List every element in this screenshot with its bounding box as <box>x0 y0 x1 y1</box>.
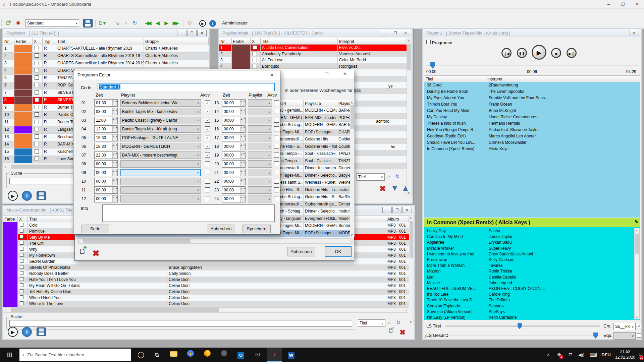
slot-time-spinner[interactable]: 00:00▲ ▼ <box>222 125 246 133</box>
table-row[interactable]: Where Is The LoveCeline DionMP3 001 <box>3 301 409 307</box>
slot-time-spinner[interactable]: 22:30▲ ▼ <box>94 152 118 159</box>
spinner-arrows-icon[interactable]: ▲ ▼ <box>112 134 117 141</box>
last-icon[interactable]: ▶▶ <box>171 19 179 27</box>
table-row[interactable]: Tell Him By Celine DionCeline DionMP3 00… <box>3 289 409 295</box>
keyboard-icon[interactable]: ⌨ <box>588 348 598 362</box>
archiv-vscrollbar[interactable]: ∧ ∨ <box>409 216 414 324</box>
ls-titel-slider[interactable] <box>445 325 600 327</box>
stop-button[interactable]: ■ <box>551 48 561 58</box>
slot-time-spinner[interactable]: 00:00▲ ▼ <box>222 169 246 176</box>
edit-icon[interactable]: ↘ <box>113 19 121 27</box>
edit-icon[interactable]: ✎ <box>635 219 638 224</box>
queue-row[interactable]: My DestinyLionel Richie-Commodores <box>424 114 640 120</box>
row-checkbox[interactable] <box>20 265 23 269</box>
info-icon[interactable]: i <box>22 191 32 201</box>
browse-row[interactable]: LiarCamila Cabello <box>424 274 634 280</box>
slot-aktiv-checkbox[interactable]: ✓ <box>205 118 210 123</box>
browse-row[interactable]: Miracle WorkerSuperHeavy <box>424 245 634 251</box>
slot-aktiv-checkbox[interactable] <box>205 170 210 175</box>
row-checkbox[interactable] <box>20 277 23 281</box>
column-header-playlist-4[interactable]: ist 4 <box>277 100 304 107</box>
table-row[interactable]: Hate You Then I Love YouCeline DionMP3 0… <box>3 277 409 283</box>
outlook-icon[interactable]: O <box>233 348 248 362</box>
browse-row[interactable]: I was born to love you (rad...Drew Saric… <box>424 251 634 257</box>
spinner-arrows-icon[interactable]: ▲ ▼ <box>240 108 245 115</box>
ls-gesamt-slider[interactable] <box>445 335 600 336</box>
slot-time-spinner[interactable]: 00:00▲ ▼ <box>94 169 118 176</box>
row-checkbox[interactable] <box>35 53 39 58</box>
queue-row[interactable]: Should Have Let You Lov...Cornelia Moosw… <box>424 139 640 146</box>
column-header-gruppe[interactable]: Gruppe <box>144 38 209 45</box>
cancel-button[interactable]: Abbrechen <box>207 225 235 233</box>
slot-playlist-combo[interactable]: ∨ <box>248 143 272 150</box>
close-button[interactable]: ✕ <box>267 72 277 78</box>
next-track-button[interactable]: ▶❙ <box>567 48 577 58</box>
slot-time-spinner[interactable]: 11:00▲ ▼ <box>94 117 118 124</box>
row-checkbox[interactable] <box>20 289 23 293</box>
column-header-x[interactable]: X <box>18 216 28 222</box>
column-header-interpret[interactable]: Interpret <box>486 76 640 82</box>
browse-row[interactable]: MaxineJohn Legend <box>424 280 634 286</box>
table-row[interactable]: My Heart Will Go On -TitanicCeline DionM… <box>3 283 409 289</box>
slot-time-spinner[interactable]: 08:00▲ ▼ <box>94 108 118 115</box>
archiv-hscrollbar[interactable]: ‹ › <box>4 307 408 313</box>
spinner-arrows-icon[interactable]: ▲ ▼ <box>240 152 245 159</box>
table-row[interactable]: Streets Of PhiladelphiaBruce Springsteen… <box>3 264 409 270</box>
slot-playlist-combo[interactable]: ∨ <box>248 178 272 185</box>
column-header-typ[interactable]: Typ <box>43 38 56 45</box>
row-checkbox[interactable] <box>35 61 39 65</box>
maximize-button[interactable]: ❒ <box>392 207 402 213</box>
slot-time-spinner[interactable]: 00:00▲ ▼ <box>94 160 118 168</box>
spinner-arrows-icon[interactable]: ▲ ▼ <box>240 143 245 150</box>
slot-time-spinner[interactable]: 00:00▲ ▼ <box>222 160 246 168</box>
queue-row[interactable]: Goodbye (Radio Edit)Marco Angelini Leo A… <box>424 133 640 139</box>
search-icon[interactable]: ⌕ <box>387 173 390 179</box>
progress-slider[interactable] <box>426 65 638 66</box>
browse-row[interactable]: I'm Easy (LP Version)Keith Carradine <box>424 314 634 320</box>
slot-aktiv-checkbox[interactable] <box>274 118 279 123</box>
slot-aktiv-checkbox[interactable]: ✓ <box>205 126 210 131</box>
first-icon[interactable]: ◀◀ <box>144 19 152 27</box>
search-icon[interactable]: ⌕ <box>122 19 130 27</box>
row-checkbox[interactable] <box>20 283 23 287</box>
slot-aktiv-checkbox[interactable] <box>274 187 279 192</box>
slot-time-spinner[interactable]: 18:30▲ ▼ <box>94 143 118 150</box>
slot-time-spinner[interactable]: 00:00▲ ▼ <box>94 178 118 185</box>
slot-time-spinner[interactable]: 00:00▲ ▼ <box>222 143 246 150</box>
row-checkbox[interactable] <box>35 83 39 87</box>
row-checkbox[interactable] <box>253 45 257 50</box>
column-header-album[interactable]: Album <box>386 216 409 222</box>
queue-row[interactable]: Theres a kind of hushHermans Hermits <box>424 120 640 127</box>
queue-row[interactable]: 36 Grad2Raumwohnung <box>424 82 640 88</box>
row-checkbox[interactable] <box>253 52 257 56</box>
info-icon[interactable]: i <box>209 19 217 27</box>
table-row[interactable]: Nobody Does It BetterCarly SimonMP3 001 <box>3 270 409 277</box>
row-checkbox[interactable] <box>35 75 39 80</box>
spinner-arrows-icon[interactable]: ▲ ▼ <box>112 100 117 106</box>
notification-center-icon[interactable]: 🗨20 <box>637 348 644 362</box>
maximize-button[interactable]: ❒ <box>322 70 332 77</box>
slot-playlist-combo[interactable]: BAR-MIX - modern beschwingt∨ <box>120 152 201 159</box>
minimize-button[interactable]: ─ <box>381 30 390 36</box>
info-textarea[interactable] <box>102 204 275 222</box>
slot-time-spinner[interactable]: 12:00▲ ▼ <box>94 125 118 133</box>
ls-titel-thumb[interactable] <box>518 323 522 329</box>
column-header-playlist-5[interactable]: Playlist 5 <box>304 100 337 107</box>
cro-checkbox[interactable]: ✓ <box>637 324 641 328</box>
delete-icon[interactable]: ✖ <box>14 19 22 27</box>
column-header-farbe[interactable]: Farbe <box>3 216 18 222</box>
column-header-playlist-6[interactable]: Playlist <box>337 100 350 107</box>
row-checkbox[interactable] <box>253 58 257 62</box>
archiv-search-input[interactable] <box>9 320 352 327</box>
chrome-icon[interactable] <box>183 348 198 362</box>
taskbar-search[interactable]: ⌕Zur Suche Text hier eingeben <box>19 349 131 361</box>
spinner-arrows-icon[interactable]: ▲ ▼ <box>112 126 117 132</box>
queue-row[interactable]: In Common (Xpect Remix)Alicia Keys <box>424 146 640 152</box>
table-row[interactable]: When I Need YouCeline DionMP3 001 <box>3 295 409 301</box>
search-icon[interactable]: ⌕ <box>388 319 391 325</box>
row-checkbox[interactable] <box>35 105 39 109</box>
tray-app-icon[interactable]: ❖1 <box>554 348 564 362</box>
row-checkbox[interactable] <box>20 223 23 227</box>
column-header-titel[interactable]: Titel <box>261 38 338 44</box>
slot-time-spinner[interactable]: 00:00▲ ▼ <box>94 186 118 194</box>
